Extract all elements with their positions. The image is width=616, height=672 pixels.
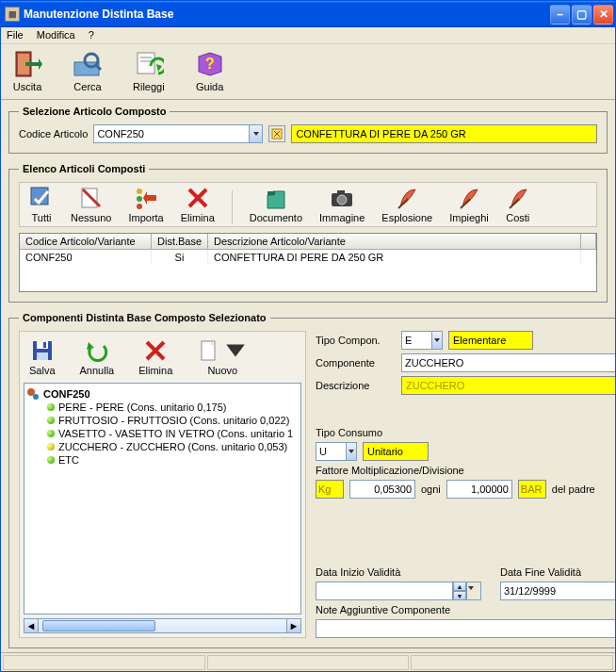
esplosione-button[interactable]: Esplosione bbox=[378, 185, 436, 224]
salva-button[interactable]: Salva bbox=[25, 337, 59, 377]
documento-button[interactable]: Documento bbox=[246, 185, 306, 224]
tree-item[interactable]: PERE - PERE (Cons. unitario 0,175) bbox=[26, 401, 299, 414]
new-icon bbox=[197, 338, 221, 363]
toolbar-main: Uscita Cerca Rileggi ? Guida bbox=[1, 44, 615, 100]
codice-articolo-input[interactable] bbox=[94, 127, 248, 140]
um1: Kg bbox=[316, 480, 344, 499]
note-input[interactable] bbox=[316, 619, 615, 638]
uscita-button[interactable]: Uscita bbox=[8, 48, 46, 93]
fattore-val1-input[interactable] bbox=[349, 480, 415, 499]
lookup-button[interactable] bbox=[268, 125, 285, 142]
svg-rect-16 bbox=[267, 191, 275, 195]
data-inizio-label: Data Inizio Validità bbox=[316, 566, 400, 578]
nessuno-button[interactable]: Nessuno bbox=[67, 185, 115, 224]
spin-down-icon[interactable]: ▼ bbox=[453, 591, 466, 600]
chevron-down-icon[interactable] bbox=[466, 582, 481, 600]
immagine-button[interactable]: Immagine bbox=[316, 185, 368, 224]
impieghi-button[interactable]: Impieghi bbox=[446, 185, 493, 224]
guida-button[interactable]: ? Guida bbox=[191, 48, 229, 93]
delete-icon bbox=[186, 186, 210, 210]
table-row[interactable]: CONF250 Si CONFETTURA DI PERE DA 250 GR bbox=[20, 250, 596, 265]
bullet-icon bbox=[47, 443, 55, 451]
menu-file[interactable]: File bbox=[7, 29, 24, 41]
svg-point-14 bbox=[137, 196, 142, 202]
chevron-down-icon[interactable] bbox=[223, 338, 248, 363]
costi-button[interactable]: Costi bbox=[502, 185, 534, 224]
feather-icon bbox=[395, 186, 419, 210]
tutti-button[interactable]: Tutti bbox=[25, 185, 57, 224]
elimina-button[interactable]: Elimina bbox=[177, 185, 219, 224]
gears-icon bbox=[26, 387, 40, 401]
componente-combo[interactable] bbox=[401, 353, 615, 372]
tree-item[interactable]: FRUTTOSIO - FRUTTOSIO (Cons. unitario 0,… bbox=[26, 414, 299, 427]
bullet-icon bbox=[47, 456, 55, 464]
annulla-button[interactable]: Annulla bbox=[76, 337, 119, 377]
scroll-left-icon[interactable]: ◄ bbox=[24, 618, 39, 633]
fattore-val2-input[interactable] bbox=[446, 480, 512, 499]
elimina2-button[interactable]: Elimina bbox=[135, 337, 176, 377]
svg-rect-25 bbox=[37, 352, 48, 360]
tipo-compon-label: Tipo Compon. bbox=[316, 335, 396, 346]
selezione-fieldset: Selezione Articolo Composto Codice Artic… bbox=[8, 106, 608, 154]
feather-icon bbox=[506, 186, 530, 210]
chevron-down-icon[interactable] bbox=[249, 125, 263, 142]
bullet-icon bbox=[47, 403, 55, 411]
importa-button[interactable]: Importa bbox=[124, 185, 167, 224]
titlebar: ▦ Manutenzione Distinta Base – ▢ ✕ bbox=[1, 1, 615, 27]
nuovo-button[interactable]: Nuovo bbox=[193, 337, 251, 377]
close-button[interactable]: ✕ bbox=[593, 5, 613, 25]
svg-point-15 bbox=[137, 204, 142, 209]
elenco-fieldset: Elenco Articoli Composti Tutti Nessuno I… bbox=[8, 163, 608, 303]
um2: BAR bbox=[518, 480, 546, 499]
tree-pane: Salva Annulla Elimina Nuovo CONF250 bbox=[19, 331, 306, 638]
maximize-button[interactable]: ▢ bbox=[572, 5, 592, 25]
reload-icon bbox=[134, 49, 164, 79]
tipo-consumo-label: Tipo Consumo bbox=[316, 427, 615, 438]
svg-rect-24 bbox=[37, 341, 48, 349]
selezione-legend: Selezione Articolo Composto bbox=[19, 106, 170, 117]
svg-point-13 bbox=[137, 188, 142, 194]
exit-icon bbox=[12, 49, 42, 79]
cerca-button[interactable]: Cerca bbox=[69, 48, 106, 93]
data-fine-input[interactable] bbox=[500, 582, 615, 600]
tree-item[interactable]: ETC bbox=[26, 453, 299, 467]
col-codice[interactable]: Codice Articolo/Variante bbox=[20, 234, 152, 249]
component-tree[interactable]: CONF250 PERE - PERE (Cons. unitario 0,17… bbox=[24, 383, 301, 615]
minimize-button[interactable]: – bbox=[550, 5, 570, 25]
statusbar bbox=[1, 652, 615, 671]
componenti-fieldset: Componenti Distinta Base Composto Selezi… bbox=[8, 312, 615, 648]
codice-articolo-label: Codice Articolo bbox=[19, 128, 88, 139]
menubar: File Modifica ? bbox=[1, 27, 615, 44]
delpadre-label: del padre bbox=[552, 484, 595, 495]
componente-label: Componente bbox=[316, 357, 396, 369]
tipo-consumo-combo[interactable] bbox=[316, 442, 357, 461]
menu-help[interactable]: ? bbox=[89, 29, 94, 41]
tipo-compon-combo[interactable] bbox=[401, 331, 443, 350]
import-icon bbox=[134, 186, 158, 210]
select-none-icon bbox=[79, 186, 104, 210]
save-icon bbox=[30, 338, 55, 363]
camera-icon bbox=[330, 186, 354, 210]
scroll-thumb[interactable] bbox=[42, 620, 155, 631]
search-icon bbox=[73, 49, 103, 79]
detail-pane: Tipo Compon. Elementare Componente Descr… bbox=[314, 331, 615, 638]
elenco-toolbar: Tutti Nessuno Importa Elimina Documento … bbox=[19, 182, 597, 227]
tree-item[interactable]: ZUCCHERO - ZUCCHERO (Cons. unitario 0,05… bbox=[26, 440, 299, 453]
elenco-grid: Codice Articolo/Variante Dist.Base Descr… bbox=[19, 233, 597, 292]
scroll-right-icon[interactable]: ► bbox=[286, 618, 301, 633]
svg-rect-19 bbox=[337, 190, 345, 194]
svg-text:?: ? bbox=[205, 56, 215, 72]
rileggi-button[interactable]: Rileggi bbox=[129, 48, 169, 93]
menu-modifica[interactable]: Modifica bbox=[37, 29, 75, 41]
feather-icon bbox=[457, 186, 481, 210]
col-distbase[interactable]: Dist.Base bbox=[152, 234, 208, 249]
undo-icon bbox=[85, 338, 109, 363]
svg-point-29 bbox=[33, 394, 39, 400]
tree-root[interactable]: CONF250 bbox=[26, 387, 299, 401]
col-descrizione[interactable]: Descrizione Articolo/Variante bbox=[208, 234, 581, 249]
codice-articolo-combo[interactable] bbox=[93, 124, 263, 143]
data-inizio-input[interactable] bbox=[316, 582, 453, 600]
tree-item[interactable]: VASETTO - VASETTO IN VETRO (Cons. unitar… bbox=[26, 427, 299, 440]
spin-up-icon[interactable]: ▲ bbox=[453, 582, 466, 591]
tree-scrollbar[interactable]: ◄ ► bbox=[24, 618, 301, 633]
